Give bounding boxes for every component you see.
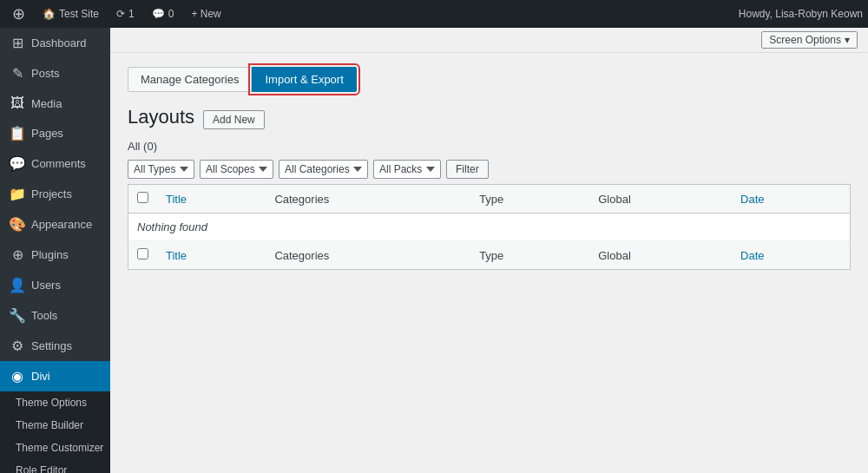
comments-icon: 💬 [152, 8, 165, 20]
sidebar-item-users[interactable]: 👤Users [0, 270, 110, 300]
sidebar-divi-label: Divi [31, 370, 50, 383]
plugins-icon: ⊕ [9, 246, 26, 263]
new-item[interactable]: + New [184, 0, 227, 28]
site-name: Test Site [59, 8, 99, 20]
wp-logo-icon: ⊕ [12, 4, 25, 23]
col-header-title[interactable]: Title [157, 185, 266, 214]
appearance-icon: 🎨 [9, 216, 26, 233]
screen-options-button[interactable]: Screen Options ▾ [761, 31, 858, 49]
sidebar-item-projects[interactable]: 📁Projects [0, 179, 110, 209]
filter-packs[interactable]: All Packs [373, 160, 441, 179]
table-header-row: Title Categories Type Global Date [128, 185, 851, 214]
filter-button[interactable]: Filter [446, 160, 489, 179]
sidebar-label-tools: Tools [31, 309, 57, 322]
col-header-cb [128, 185, 158, 214]
select-all-checkbox[interactable] [137, 192, 148, 203]
col-footer-cb [128, 241, 158, 270]
sidebar-label-media: Media [31, 97, 62, 110]
sidebar-item-dashboard[interactable]: ⊞Dashboard [0, 28, 110, 58]
tools-icon: 🔧 [9, 307, 26, 324]
page-title-row: Layouts Add New [128, 106, 851, 129]
select-all-footer-checkbox[interactable] [137, 248, 148, 259]
tab-bar: Manage Categories Import & Export [128, 67, 851, 92]
sidebar-item-appearance[interactable]: 🎨Appearance [0, 209, 110, 240]
layouts-table: Title Categories Type Global Date [128, 184, 851, 270]
nothing-found-text: Nothing found [137, 220, 207, 233]
sidebar-item-tools[interactable]: 🔧Tools [0, 300, 110, 331]
col-header-categories: Categories [266, 185, 470, 214]
updates-icon: ⟳ [116, 8, 125, 20]
media-icon: 🖼 [9, 95, 26, 111]
col-header-date[interactable]: Date [732, 185, 850, 214]
sidebar-label-projects: Projects [31, 187, 72, 200]
content-area: Screen Options ▾ Manage Categories Impor… [110, 28, 868, 473]
filter-types[interactable]: All Types [128, 160, 194, 179]
filter-row: All Types All Scopes All Categories All … [128, 160, 851, 179]
sidebar-item-comments[interactable]: 💬Comments [0, 148, 110, 179]
tab-manage-categories[interactable]: Manage Categories [128, 67, 252, 92]
sidebar: ⊞Dashboard✎Posts🖼Media📋Pages💬Comments📁Pr… [0, 28, 110, 473]
filter-categories[interactable]: All Categories [279, 160, 368, 179]
sidebar-label-users: Users [31, 279, 61, 292]
pages-icon: 📋 [9, 125, 26, 141]
table-footer-row: Title Categories Type Global Date [128, 241, 851, 270]
sidebar-label-plugins: Plugins [31, 248, 69, 261]
updates-item[interactable]: ⟳ 1 [109, 0, 141, 28]
sidebar-sub-item-theme-customizer[interactable]: Theme Customizer [0, 437, 110, 459]
empty-row: Nothing found [128, 214, 851, 241]
all-count: All (0) [128, 140, 851, 153]
screen-options-arrow: ▾ [845, 34, 850, 46]
col-footer-global: Global [589, 241, 732, 270]
new-label: + New [191, 8, 220, 20]
sidebar-item-posts[interactable]: ✎Posts [0, 58, 110, 89]
posts-icon: ✎ [9, 65, 26, 82]
add-new-button[interactable]: Add New [203, 110, 265, 129]
divi-icon: ◉ [9, 368, 26, 384]
dashboard-icon: ⊞ [9, 35, 26, 51]
sidebar-label-comments: Comments [31, 157, 86, 170]
sidebar-item-settings[interactable]: ⚙Settings [0, 331, 110, 361]
site-name-item[interactable]: 🏠 Test Site [36, 0, 106, 28]
home-icon: 🏠 [43, 8, 56, 20]
divi-submenu: Theme OptionsTheme BuilderTheme Customiz… [0, 391, 110, 473]
comments-icon: 💬 [9, 155, 26, 172]
main-layout: ⊞Dashboard✎Posts🖼Media📋Pages💬Comments📁Pr… [0, 28, 868, 473]
col-footer-date[interactable]: Date [732, 241, 850, 270]
filter-scopes[interactable]: All Scopes [200, 160, 273, 179]
comments-count: 0 [168, 8, 174, 20]
col-header-global: Global [589, 185, 732, 214]
screen-options-label: Screen Options [769, 34, 841, 46]
sidebar-sub-item-role-editor[interactable]: Role Editor [0, 459, 110, 473]
wp-logo-item[interactable]: ⊕ [5, 0, 32, 28]
admin-bar: ⊕ 🏠 Test Site ⟳ 1 💬 0 + New Howdy, Lisa-… [0, 0, 868, 28]
sidebar-item-pages[interactable]: 📋Pages [0, 118, 110, 148]
sidebar-item-divi[interactable]: ◉ Divi [0, 361, 110, 391]
page-title: Layouts [128, 106, 194, 128]
col-footer-type: Type [470, 241, 589, 270]
comments-item[interactable]: 💬 0 [145, 0, 181, 28]
col-footer-title[interactable]: Title [157, 241, 266, 270]
sidebar-label-settings: Settings [31, 339, 72, 352]
screen-options-bar: Screen Options ▾ [110, 28, 868, 53]
admin-bar-right: Howdy, Lisa-Robyn Keown [739, 8, 863, 20]
sidebar-item-plugins[interactable]: ⊕Plugins [0, 240, 110, 270]
settings-icon: ⚙ [9, 338, 26, 354]
updates-count: 1 [128, 8, 135, 20]
col-header-type: Type [470, 185, 589, 214]
sidebar-item-media[interactable]: 🖼Media [0, 89, 110, 118]
users-icon: 👤 [9, 277, 26, 293]
main-content: Manage Categories Import & Export Layout… [110, 53, 868, 473]
sidebar-sub-item-theme-options[interactable]: Theme Options [0, 391, 110, 414]
sidebar-label-posts: Posts [31, 67, 60, 80]
projects-icon: 📁 [9, 186, 26, 202]
sidebar-label-appearance: Appearance [31, 218, 92, 231]
sidebar-label-dashboard: Dashboard [31, 36, 87, 49]
col-footer-categories: Categories [266, 241, 470, 270]
howdy-text: Howdy, Lisa-Robyn Keown [739, 8, 863, 20]
sidebar-sub-item-theme-builder[interactable]: Theme Builder [0, 414, 110, 437]
sidebar-label-pages: Pages [31, 127, 63, 140]
tab-import-export[interactable]: Import & Export [252, 67, 356, 92]
